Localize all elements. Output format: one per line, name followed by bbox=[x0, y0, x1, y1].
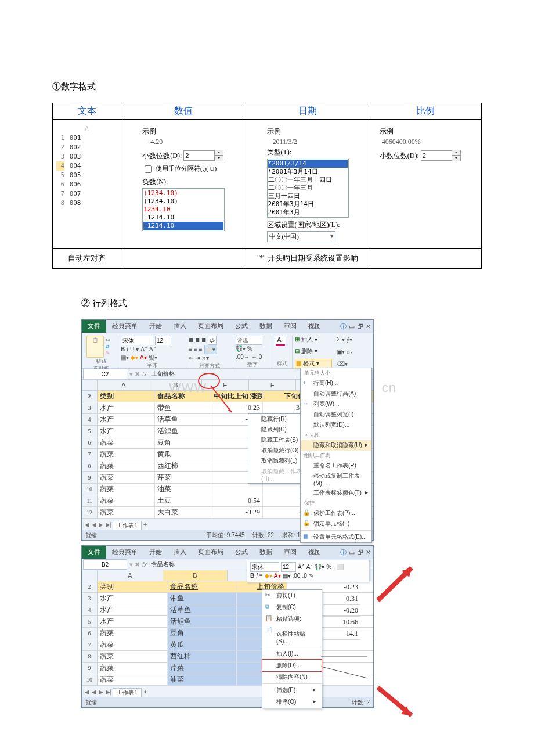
mini-brush-icon[interactable]: ✎ bbox=[309, 572, 313, 580]
ctx-copy[interactable]: ⧉复制(C) bbox=[262, 602, 322, 613]
restore-icon[interactable]: 🗗 bbox=[357, 549, 363, 556]
ctx-paste-special[interactable]: 选择性粘贴(S)... bbox=[262, 628, 322, 646]
sheet-nav-last[interactable]: ▶| bbox=[104, 689, 113, 695]
ribbon-tab[interactable]: 页面布局 bbox=[192, 320, 229, 333]
sheet-nav-prev[interactable]: ◀ bbox=[91, 521, 98, 528]
paste-button[interactable]: 📋 bbox=[86, 336, 104, 358]
sheet-nav-next[interactable]: ▶ bbox=[98, 689, 104, 695]
new-sheet-icon[interactable]: ✦ bbox=[142, 521, 149, 528]
cut-icon[interactable]: ✂ bbox=[106, 337, 110, 344]
mini-bold[interactable]: B bbox=[250, 572, 254, 580]
merge-button[interactable]: ⬜▾ bbox=[204, 345, 217, 354]
percent-icon[interactable]: % bbox=[247, 345, 252, 353]
sheet-nav-first[interactable]: |◀ bbox=[82, 689, 91, 695]
ctx-insert[interactable]: 插入(I)... bbox=[262, 648, 322, 660]
close-icon[interactable]: ✕ bbox=[366, 549, 371, 556]
mini-border-icon[interactable]: ▦▾ bbox=[283, 572, 291, 580]
ribbon-tab[interactable]: 审阅 bbox=[278, 320, 302, 333]
align-center-icon[interactable]: ≡ bbox=[194, 345, 197, 354]
mini-align-icon[interactable]: ≡ bbox=[259, 572, 263, 580]
mini-grow-font-icon[interactable]: A˄ bbox=[298, 563, 305, 571]
default-width-item[interactable]: 默认列宽(D)... bbox=[301, 420, 371, 430]
mini-merge-icon[interactable]: ⬜ bbox=[337, 563, 344, 571]
thousand-sep-checkbox[interactable] bbox=[145, 165, 152, 173]
bold-button[interactable]: B bbox=[121, 345, 125, 354]
ribbon-tab[interactable]: 公式 bbox=[229, 320, 254, 333]
shrink-font-icon[interactable]: A˅ bbox=[149, 345, 156, 354]
ribbon-tab[interactable]: 经典菜单 bbox=[106, 546, 143, 559]
ratio-decimals-input[interactable] bbox=[421, 150, 452, 161]
fill-color-icon[interactable]: ◆▾ bbox=[131, 354, 138, 362]
help-icon[interactable]: ⓘ bbox=[340, 548, 347, 557]
number-format-combo[interactable]: 常规 bbox=[236, 336, 262, 345]
mini-toolbar[interactable]: A˄ A˅ 💱▾ % , ⬜ B I ≡ ◆▾ A▾ ▦▾ .00 .0 ✎ bbox=[247, 560, 370, 582]
align-top-icon[interactable]: ≣ bbox=[189, 336, 193, 344]
mini-font-size[interactable] bbox=[281, 562, 296, 572]
name-box[interactable] bbox=[83, 559, 127, 570]
indent-inc-icon[interactable]: ⇥ bbox=[195, 354, 200, 362]
ctx-filter[interactable]: 筛选(E)▸ bbox=[262, 685, 322, 696]
mini-italic[interactable]: I bbox=[256, 572, 258, 580]
currency-icon[interactable]: 💱▾ bbox=[236, 345, 246, 353]
restore-icon[interactable]: 🗗 bbox=[357, 323, 363, 330]
ribbon-tab[interactable]: 公式 bbox=[229, 546, 254, 559]
spin-down-icon[interactable]: ▼ bbox=[214, 156, 223, 161]
autosum-icon[interactable]: Σ ▾ bbox=[337, 336, 345, 344]
ratio-decimals-spinner[interactable]: ▲▼ bbox=[421, 150, 461, 161]
mini-fill-icon[interactable]: ◆▾ bbox=[265, 572, 272, 580]
indent-dec-icon[interactable]: ⇤ bbox=[189, 354, 193, 362]
font-size-combo[interactable] bbox=[155, 336, 171, 345]
mini-fontcolor-icon[interactable]: A▾ bbox=[274, 572, 281, 580]
fx-icon[interactable]: fx bbox=[142, 561, 147, 568]
mini-font-name[interactable] bbox=[250, 562, 279, 572]
sheet-nav-prev[interactable]: ◀ bbox=[91, 689, 98, 695]
sheet-nav-next[interactable]: ▶ bbox=[98, 521, 104, 528]
hide-unhide-item[interactable]: 隐藏和取消隐藏(U) ▸ bbox=[301, 440, 371, 451]
col-header-B[interactable]: B bbox=[150, 380, 202, 390]
sheet-tab-1[interactable]: 工作表1 bbox=[113, 688, 142, 697]
fx-icon[interactable]: fx bbox=[142, 371, 147, 377]
inc-decimal-icon[interactable]: .00→ bbox=[236, 353, 250, 361]
ctx-cut[interactable]: ✂剪切(T) bbox=[262, 590, 322, 602]
lock-cell-item[interactable]: 🔓锁定单元格(L) bbox=[301, 519, 371, 529]
ribbon-tab[interactable]: 经典菜单 bbox=[106, 320, 143, 333]
align-right-icon[interactable]: ≡ bbox=[199, 345, 203, 354]
underline-button[interactable]: U bbox=[130, 345, 134, 354]
mini-shrink-font-icon[interactable]: A˅ bbox=[306, 563, 313, 571]
ctx-delete[interactable]: 删除(D)... bbox=[262, 659, 322, 672]
mini-percent-icon[interactable]: % bbox=[326, 563, 331, 571]
ribbon-tab[interactable]: 视图 bbox=[302, 546, 327, 559]
worksheet-grid[interactable]: A B C 2类别食品名称上旬价格3水产带鱼30.4水产活草鱼16.5水产活鲤鱼… bbox=[82, 570, 373, 686]
find-icon[interactable]: ⌕▾ bbox=[347, 348, 353, 356]
close-icon[interactable]: ✕ bbox=[366, 323, 371, 330]
col-header-E[interactable]: E bbox=[202, 380, 249, 390]
ribbon-tab[interactable]: 数据 bbox=[254, 320, 278, 333]
ribbon-tab[interactable]: 视图 bbox=[302, 320, 327, 333]
move-copy-item[interactable]: 移动或复制工作表(M)... bbox=[301, 471, 371, 488]
ribbon-tab[interactable]: 数据 bbox=[254, 546, 278, 559]
ribbon-tab[interactable]: 审阅 bbox=[278, 546, 302, 559]
locale-combobox[interactable]: 中文(中国) bbox=[267, 231, 335, 242]
name-box[interactable] bbox=[83, 369, 127, 379]
mini-currency-icon[interactable]: 💱▾ bbox=[315, 563, 324, 571]
wrap-text-button[interactable]: ⮔ bbox=[208, 336, 217, 345]
minimize-ribbon-icon[interactable]: ▭ bbox=[349, 549, 355, 556]
sheet-nav-last[interactable]: ▶| bbox=[104, 521, 113, 528]
spin-down-icon[interactable]: ▼ bbox=[452, 156, 461, 161]
grow-font-icon[interactable]: A˄ bbox=[140, 345, 147, 354]
decimals-input[interactable] bbox=[183, 150, 215, 161]
align-bot-icon[interactable]: ≣ bbox=[201, 336, 206, 344]
spin-up-icon[interactable]: ▲ bbox=[452, 150, 461, 156]
phonetic-icon[interactable]: 빛▾ bbox=[149, 354, 157, 362]
brush-icon[interactable]: ✎ bbox=[106, 350, 110, 357]
ribbon-tab[interactable]: 文件 bbox=[82, 320, 106, 333]
decimals-spinner[interactable]: ▲▼ bbox=[183, 150, 223, 161]
col-header-F[interactable]: F bbox=[249, 380, 296, 390]
comma-icon[interactable]: , bbox=[254, 345, 256, 353]
new-sheet-icon[interactable]: ✦ bbox=[142, 689, 149, 695]
font-name-combo[interactable] bbox=[121, 336, 153, 345]
format-action[interactable]: ▦ 格式 ▾ bbox=[296, 360, 319, 366]
font-color-icon[interactable]: A▾ bbox=[140, 354, 147, 362]
sheet-tab-1[interactable]: 工作表1 bbox=[113, 521, 142, 530]
ctx-sort[interactable]: 排序(O)▸ bbox=[262, 696, 322, 708]
